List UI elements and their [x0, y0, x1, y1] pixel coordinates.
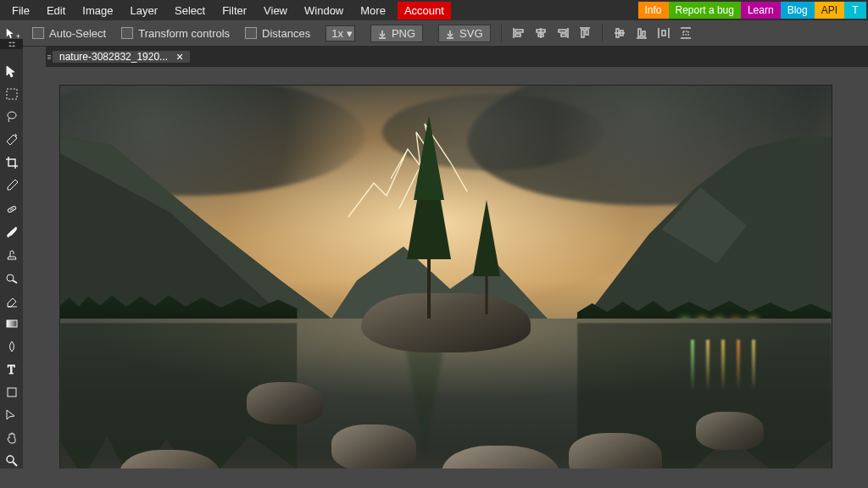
- tool-crop[interactable]: [3, 156, 20, 170]
- svg-line-35: [13, 462, 17, 466]
- svg-line-29: [13, 280, 17, 283]
- distribute-h-button[interactable]: [657, 26, 670, 40]
- svg-rect-24: [7, 89, 17, 99]
- svg-rect-31: [7, 320, 17, 327]
- tool-clone-stamp[interactable]: [3, 247, 20, 262]
- canvas-area[interactable]: [23, 67, 868, 469]
- tool-magic-wand[interactable]: [3, 133, 20, 147]
- distribute-v-button[interactable]: [679, 26, 693, 40]
- menu-window[interactable]: Window: [296, 2, 352, 19]
- menu-edit[interactable]: Edit: [38, 2, 74, 19]
- tool-scroll-up[interactable]: [0, 39, 23, 49]
- tool-lasso[interactable]: [3, 110, 20, 125]
- tab-close-button[interactable]: ×: [176, 51, 183, 63]
- move-tool-icon: +: [5, 27, 17, 39]
- align-center-h-button[interactable]: [534, 26, 548, 40]
- tab-gripper-icon[interactable]: [46, 55, 53, 59]
- tool-healing[interactable]: [3, 202, 20, 216]
- svg-rect-10: [581, 30, 584, 37]
- nav-report-bug[interactable]: Report a bug: [669, 2, 741, 19]
- distances-label: Distances: [262, 27, 310, 40]
- svg-rect-33: [8, 388, 16, 396]
- menu-select[interactable]: Select: [166, 2, 214, 19]
- tool-move[interactable]: [3, 64, 20, 79]
- image-canvas[interactable]: [60, 86, 832, 469]
- svg-point-34: [7, 456, 14, 463]
- svg-rect-7: [559, 30, 566, 32]
- options-bar: + Auto-Select Transform controls Distanc…: [0, 20, 868, 47]
- align-left-button[interactable]: [512, 26, 526, 40]
- tool-type[interactable]: T: [3, 363, 20, 377]
- nav-blog[interactable]: Blog: [781, 2, 815, 19]
- tool-brush[interactable]: [3, 225, 20, 239]
- align-top-button[interactable]: [578, 26, 592, 40]
- tool-dodge[interactable]: [3, 270, 20, 285]
- align-right-button[interactable]: [556, 26, 570, 40]
- svg-text:T: T: [8, 363, 15, 376]
- svg-rect-8: [561, 34, 566, 36]
- svg-line-27: [10, 208, 14, 210]
- tools-panel: T: [0, 47, 23, 469]
- tool-gradient[interactable]: [3, 316, 20, 330]
- auto-select-label: Auto-Select: [49, 27, 106, 40]
- svg-point-28: [7, 274, 14, 281]
- tool-shape[interactable]: [3, 385, 20, 400]
- align-bottom-button[interactable]: [635, 26, 648, 40]
- transform-controls-label: Transform controls: [138, 27, 230, 40]
- export-scale-select[interactable]: 1x▾: [326, 25, 355, 42]
- nav-extra[interactable]: T: [844, 2, 866, 19]
- document-tab[interactable]: nature-3082832_1920... ×: [53, 51, 190, 63]
- menu-view[interactable]: View: [255, 2, 296, 19]
- tool-path-select[interactable]: [3, 408, 20, 423]
- menu-more[interactable]: More: [352, 2, 394, 19]
- svg-rect-17: [643, 31, 645, 36]
- tool-eyedropper[interactable]: [3, 179, 20, 193]
- distances-checkbox[interactable]: Distances: [245, 27, 310, 40]
- download-icon: [446, 29, 454, 37]
- tool-blur[interactable]: [3, 339, 20, 353]
- align-middle-v-button[interactable]: [613, 26, 626, 40]
- svg-rect-23: [683, 31, 688, 35]
- menu-file[interactable]: File: [3, 2, 38, 19]
- menu-filter[interactable]: Filter: [214, 2, 255, 19]
- menu-image[interactable]: Image: [74, 2, 121, 19]
- menu-bar: File Edit Image Layer Select Filter View…: [0, 0, 868, 20]
- svg-rect-11: [586, 30, 588, 35]
- auto-select-checkbox[interactable]: Auto-Select: [32, 27, 106, 40]
- transform-controls-checkbox[interactable]: Transform controls: [121, 27, 230, 40]
- export-png-button[interactable]: PNG: [370, 25, 423, 42]
- nav-info[interactable]: Info: [638, 2, 669, 19]
- tool-eraser[interactable]: [3, 293, 20, 308]
- svg-rect-16: [638, 29, 641, 36]
- document-tab-label: nature-3082832_1920...: [59, 51, 168, 63]
- tool-marquee[interactable]: [3, 87, 20, 102]
- nav-api[interactable]: API: [815, 2, 844, 19]
- menu-layer[interactable]: Layer: [122, 2, 167, 19]
- tool-hand[interactable]: [3, 431, 20, 446]
- download-icon: [378, 29, 387, 37]
- svg-rect-1: [515, 30, 523, 32]
- nav-learn[interactable]: Learn: [741, 2, 781, 19]
- svg-rect-2: [515, 34, 520, 36]
- svg-rect-20: [662, 30, 665, 36]
- chevron-down-icon: ▾: [347, 27, 353, 40]
- menu-account[interactable]: Account: [398, 2, 451, 19]
- tool-zoom[interactable]: [3, 454, 20, 469]
- export-svg-button[interactable]: SVG: [438, 25, 490, 42]
- document-tab-bar: nature-3082832_1920... ×: [46, 47, 868, 67]
- svg-point-25: [8, 112, 16, 119]
